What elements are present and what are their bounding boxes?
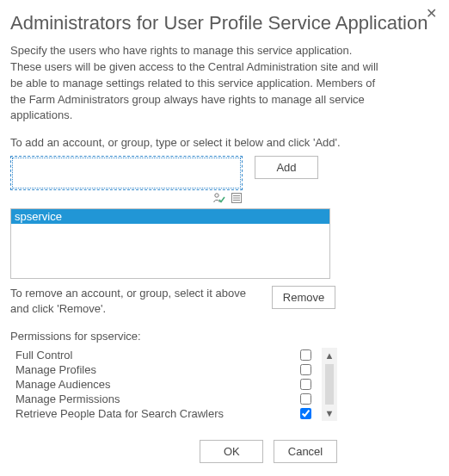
- dialog-description: Specify the users who have rights to man…: [10, 43, 380, 124]
- permissions-list: Full Control Manage Profiles Manage Audi…: [10, 348, 317, 421]
- permission-checkbox-manage-audiences[interactable]: [300, 379, 311, 390]
- permission-checkbox-manage-permissions[interactable]: [300, 393, 311, 405]
- permission-checkbox-full-control[interactable]: [300, 349, 311, 361]
- permission-label: Manage Audiences: [15, 378, 300, 391]
- cancel-button[interactable]: Cancel: [274, 440, 337, 463]
- close-icon[interactable]: ✕: [426, 7, 437, 21]
- check-names-icon[interactable]: [212, 192, 225, 207]
- permission-label: Retrieve People Data for Search Crawlers: [15, 407, 300, 420]
- svg-point-0: [215, 194, 218, 197]
- permission-row: Manage Permissions: [10, 392, 317, 406]
- browse-icon[interactable]: [231, 192, 243, 207]
- account-input[interactable]: [10, 156, 243, 190]
- remove-instruction: To remove an account, or group, select i…: [10, 286, 260, 317]
- scroll-up-icon[interactable]: ▲: [325, 350, 335, 361]
- permission-label: Manage Permissions: [15, 393, 300, 405]
- permission-row: Retrieve People Data for Search Crawlers: [10, 406, 317, 421]
- permission-row: Full Control: [10, 348, 317, 362]
- list-item[interactable]: spservice: [11, 209, 329, 224]
- permission-checkbox-manage-profiles[interactable]: [300, 364, 311, 375]
- remove-button[interactable]: Remove: [272, 286, 335, 309]
- admins-listbox[interactable]: spservice: [10, 208, 330, 279]
- permissions-label: Permissions for spservice:: [10, 330, 434, 343]
- add-button[interactable]: Add: [255, 156, 318, 179]
- permission-checkbox-retrieve-people[interactable]: [300, 408, 311, 419]
- add-instruction: To add an account, or group, type or sel…: [10, 136, 434, 149]
- permissions-scrollbar[interactable]: ▲ ▼: [322, 348, 337, 421]
- permission-label: Full Control: [15, 349, 300, 362]
- ok-button[interactable]: OK: [200, 440, 263, 463]
- dialog-title: Administrators for User Profile Service …: [10, 12, 434, 34]
- scroll-thumb[interactable]: [325, 364, 334, 405]
- permission-row: Manage Audiences: [10, 377, 317, 392]
- permission-row: Manage Profiles: [10, 362, 317, 377]
- permission-label: Manage Profiles: [15, 363, 300, 376]
- scroll-down-icon[interactable]: ▼: [325, 408, 335, 418]
